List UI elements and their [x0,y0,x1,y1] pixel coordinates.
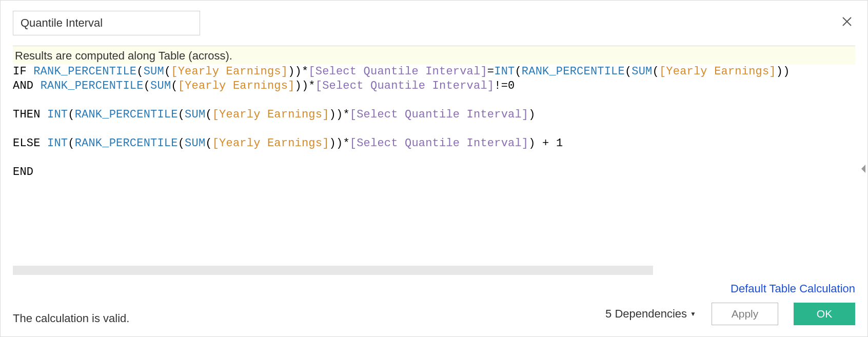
footer-button-row: 5 Dependencies ▼ Apply OK [605,303,855,325]
horizontal-scrollbar-thumb[interactable] [13,266,653,275]
apply-button[interactable]: Apply [712,303,778,325]
default-table-calculation-link[interactable]: Default Table Calculation [731,282,855,295]
validation-message: The calculation is valid. [13,312,129,325]
keyword-else: ELSE [13,137,41,150]
punct: ( [653,65,659,78]
compute-info-banner: Results are computed along Table (across… [13,46,855,65]
func-rank-percentile: RANK_PERCENTILE [41,80,144,92]
op-neq: != [494,80,508,92]
formula-editor[interactable]: IF RANK_PERCENTILE(SUM([Yearly Earnings]… [13,65,855,180]
punct: )) [329,108,343,121]
dependencies-label: 5 Dependencies [605,307,687,321]
punct: )) [288,65,302,78]
op-mul: * [343,137,349,150]
func-sum: SUM [150,80,171,92]
caret-down-icon: ▼ [690,310,696,318]
expand-panel-handle[interactable] [859,158,867,179]
param-select-quantile-interval: [Select Quantile Interval] [350,137,528,150]
punct: )) [776,65,790,78]
op-eq: = [487,65,494,78]
keyword-if: IF [13,65,27,78]
keyword-then: THEN [13,108,41,121]
param-select-quantile-interval: [Select Quantile Interval] [315,80,494,92]
punct: ( [205,137,212,150]
close-icon [841,15,853,28]
dialog-header [1,1,867,35]
punct: ( [205,108,212,121]
op-plus: + [536,137,556,150]
func-int: INT [47,137,68,150]
func-rank-percentile: RANK_PERCENTILE [522,65,625,78]
close-button[interactable] [839,14,855,30]
svg-marker-2 [861,165,865,173]
op-mul: * [343,108,349,121]
keyword-end: END [13,166,33,179]
field-yearly-earnings: [Yearly Earnings] [659,65,776,78]
punct: ( [144,80,150,92]
func-sum: SUM [632,65,652,78]
field-yearly-earnings: [Yearly Earnings] [178,80,295,92]
func-int: INT [494,65,515,78]
keyword-and: AND [13,80,33,92]
func-rank-percentile: RANK_PERCENTILE [33,65,136,78]
punct: ( [178,108,185,121]
footer-actions: Default Table Calculation 5 Dependencies… [605,282,855,325]
chevron-left-icon [860,165,866,173]
punct: ( [68,137,74,150]
punct: ( [178,137,185,150]
formula-editor-wrap: IF RANK_PERCENTILE(SUM([Yearly Earnings]… [13,65,855,260]
punct: ( [164,65,171,78]
func-rank-percentile: RANK_PERCENTILE [75,137,178,150]
op-mul: * [302,65,308,78]
horizontal-scrollbar[interactable] [13,266,855,275]
calculation-name-input[interactable] [13,11,200,35]
func-sum: SUM [144,65,164,78]
literal-zero: 0 [508,80,515,92]
literal-one: 1 [556,137,563,150]
punct: ) [528,108,535,121]
dependencies-dropdown[interactable]: 5 Dependencies ▼ [605,307,696,321]
punct: ) [528,137,535,150]
punct: ( [515,65,521,78]
func-sum: SUM [185,137,205,150]
field-yearly-earnings: [Yearly Earnings] [212,108,329,121]
field-yearly-earnings: [Yearly Earnings] [212,137,329,150]
func-int: INT [47,108,68,121]
punct: ( [68,108,74,121]
punct: )) [295,80,309,92]
param-select-quantile-interval: [Select Quantile Interval] [350,108,528,121]
punct: ( [171,80,177,92]
dialog-footer: The calculation is valid. Default Table … [1,275,867,336]
func-sum: SUM [185,108,205,121]
punct: )) [329,137,343,150]
punct: ( [136,65,143,78]
field-yearly-earnings: [Yearly Earnings] [171,65,288,78]
param-select-quantile-interval: [Select Quantile Interval] [308,65,487,78]
calculation-editor-dialog: Results are computed along Table (across… [0,0,868,337]
op-mul: * [308,80,315,92]
punct: ( [625,65,632,78]
func-rank-percentile: RANK_PERCENTILE [75,108,178,121]
ok-button[interactable]: OK [794,303,855,325]
